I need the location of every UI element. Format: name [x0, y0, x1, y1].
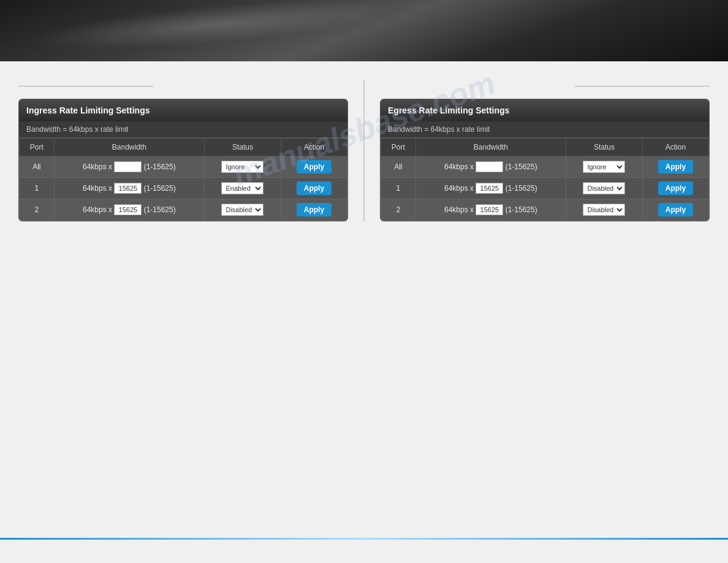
- rate-input-0[interactable]: [114, 161, 142, 172]
- table-row: 164kbps x (1-15625)IgnoreEnabledDisabled…: [381, 178, 709, 199]
- action-cell-1: Apply: [281, 178, 347, 199]
- ingress-table-title: Ingress Rate Limiting Settings: [19, 99, 347, 121]
- status-cell-1: IgnoreEnabledDisabled: [566, 178, 642, 199]
- action-cell-0: Apply: [281, 156, 347, 178]
- egress-rate-limiting-table: Egress Rate Limiting Settings Bandwidth …: [380, 99, 710, 221]
- egress-bandwidth-label: Bandwidth = 64kbps x rate limit: [381, 121, 709, 138]
- status-select-2[interactable]: IgnoreEnabledDisabled: [583, 204, 625, 216]
- bandwidth-prefix-1: 64kbps x: [83, 184, 114, 193]
- status-cell-1: IgnoreEnabledDisabled: [204, 178, 281, 199]
- rate-input-2[interactable]: [476, 204, 503, 215]
- right-panel: Egress Rate Limiting Settings Bandwidth …: [380, 80, 710, 221]
- bandwidth-cell-0: 64kbps x (1-15625): [54, 156, 204, 178]
- egress-col-action: Action: [642, 139, 708, 156]
- ingress-rate-limiting-table: Ingress Rate Limiting Settings Bandwidth…: [18, 99, 348, 221]
- status-cell-0: IgnoreEnabledDisabled: [566, 156, 642, 178]
- action-cell-2: Apply: [642, 199, 708, 221]
- apply-button-2[interactable]: Apply: [658, 203, 693, 216]
- rate-input-1[interactable]: [114, 183, 142, 194]
- ingress-col-action: Action: [281, 139, 347, 156]
- bandwidth-cell-2: 64kbps x (1-15625): [415, 199, 566, 221]
- table-row: 264kbps x (1-15625)IgnoreEnabledDisabled…: [381, 199, 709, 221]
- bandwidth-suffix-2: (1-15625): [503, 205, 537, 214]
- egress-col-status: Status: [566, 139, 642, 156]
- port-cell-1: 1: [20, 178, 55, 199]
- egress-col-port: Port: [381, 139, 416, 156]
- bandwidth-prefix-0: 64kbps x: [83, 163, 114, 171]
- bandwidth-cell-1: 64kbps x (1-15625): [54, 178, 204, 199]
- port-cell-1: 1: [381, 178, 416, 199]
- top-line-right: [575, 86, 710, 86]
- port-cell-0: All: [381, 156, 416, 178]
- status-cell-0: IgnoreEnabledDisabled: [204, 156, 281, 178]
- status-select-0[interactable]: IgnoreEnabledDisabled: [221, 161, 264, 173]
- left-panel: Ingress Rate Limiting Settings Bandwidth…: [18, 80, 348, 221]
- bandwidth-suffix-1: (1-15625): [503, 184, 537, 193]
- egress-table-title: Egress Rate Limiting Settings: [381, 99, 709, 121]
- apply-button-0[interactable]: Apply: [658, 160, 693, 174]
- rate-input-0[interactable]: [476, 161, 503, 172]
- status-cell-2: IgnoreEnabledDisabled: [204, 199, 281, 221]
- bandwidth-prefix-2: 64kbps x: [83, 205, 114, 214]
- ingress-bandwidth-label: Bandwidth = 64kbps x rate limit: [19, 121, 347, 138]
- apply-button-2[interactable]: Apply: [297, 203, 332, 216]
- action-cell-2: Apply: [281, 199, 347, 221]
- apply-button-1[interactable]: Apply: [297, 182, 332, 195]
- table-row: All64kbps x (1-15625)IgnoreEnabledDisabl…: [20, 156, 347, 178]
- table-row: 264kbps x (1-15625)IgnoreEnabledDisabled…: [20, 199, 347, 221]
- status-select-2[interactable]: IgnoreEnabledDisabled: [221, 204, 264, 216]
- header-banner: [0, 0, 728, 61]
- bandwidth-cell-1: 64kbps x (1-15625): [415, 178, 566, 199]
- bandwidth-prefix-0: 64kbps x: [444, 163, 476, 171]
- bandwidth-cell-0: 64kbps x (1-15625): [415, 156, 566, 178]
- bandwidth-suffix-0: (1-15625): [503, 163, 537, 171]
- action-cell-1: Apply: [642, 178, 708, 199]
- vertical-divider: [363, 80, 365, 221]
- table-row: All64kbps x (1-15625)IgnoreEnabledDisabl…: [381, 156, 709, 178]
- rate-input-1[interactable]: [476, 183, 503, 194]
- ingress-col-port: Port: [20, 139, 55, 156]
- bandwidth-prefix-1: 64kbps x: [444, 184, 476, 193]
- port-cell-2: 2: [381, 199, 416, 221]
- bandwidth-suffix-2: (1-15625): [142, 205, 175, 214]
- ingress-col-bandwidth: Bandwidth: [54, 139, 204, 156]
- bandwidth-suffix-1: (1-15625): [142, 184, 175, 193]
- action-cell-0: Apply: [642, 156, 708, 178]
- status-select-1[interactable]: IgnoreEnabledDisabled: [583, 182, 625, 194]
- status-cell-2: IgnoreEnabledDisabled: [566, 199, 642, 221]
- port-cell-0: All: [20, 156, 55, 178]
- table-row: 164kbps x (1-15625)IgnoreEnabledDisabled…: [20, 178, 347, 199]
- top-line-left: [18, 86, 153, 86]
- apply-button-1[interactable]: Apply: [658, 182, 693, 195]
- apply-button-0[interactable]: Apply: [297, 160, 332, 174]
- ingress-col-status: Status: [204, 139, 281, 156]
- footer-line: [0, 538, 728, 540]
- ingress-table: Port Bandwidth Status Action All64kbps x…: [19, 138, 347, 221]
- port-cell-2: 2: [20, 199, 55, 221]
- bandwidth-suffix-0: (1-15625): [142, 163, 175, 171]
- status-select-1[interactable]: IgnoreEnabledDisabled: [221, 182, 264, 194]
- status-select-0[interactable]: IgnoreEnabledDisabled: [583, 161, 625, 173]
- egress-col-bandwidth: Bandwidth: [415, 139, 566, 156]
- rate-input-2[interactable]: [114, 204, 142, 215]
- egress-table: Port Bandwidth Status Action All64kbps x…: [381, 138, 709, 221]
- bandwidth-cell-2: 64kbps x (1-15625): [54, 199, 204, 221]
- bandwidth-prefix-2: 64kbps x: [444, 205, 476, 214]
